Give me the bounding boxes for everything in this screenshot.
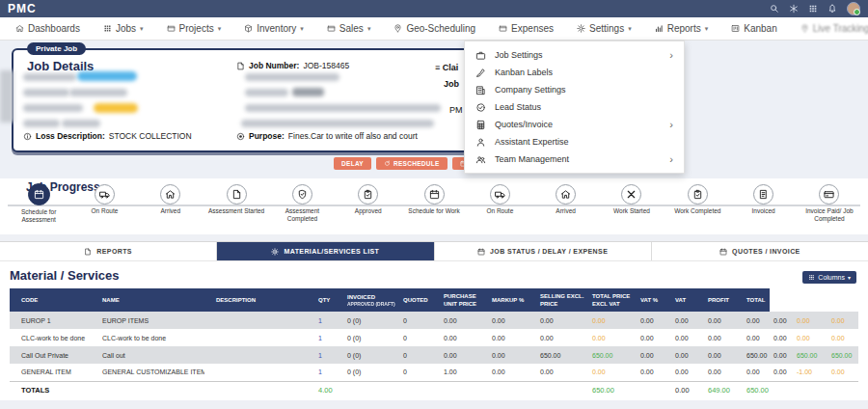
topbar-actions <box>770 2 860 15</box>
nav-item-expenses[interactable]: Expenses <box>487 17 565 40</box>
people-icon <box>475 154 486 165</box>
col-header-qty[interactable]: QTY <box>314 288 343 312</box>
cell-extra-3: 0.00 <box>827 312 858 329</box>
nav-item-live-tracking[interactable]: Live Tracking (Beta) <box>789 17 868 40</box>
job-number-label: Job Number: <box>249 61 299 70</box>
step-work-completed: Work Completed <box>665 184 730 225</box>
calendar-icon <box>719 248 727 256</box>
table-row-clc-work[interactable]: CLC-work to be done CLC-work to be done … <box>10 329 858 346</box>
cell-markup: 0.00 <box>488 329 536 346</box>
material-services-section: Material / Services Columns▾ CODE NAME D… <box>0 261 868 400</box>
table-row-call-out-private[interactable]: Call Out Private Call out 1 0 (0) 0 0.00… <box>10 346 858 364</box>
menu-item-kanban-labels[interactable]: Kanban Labels <box>465 64 684 81</box>
qty-link[interactable]: 1 <box>318 352 322 359</box>
col-header-purchase-unit-price[interactable]: PURCHASE UNIT PRICE <box>440 288 488 312</box>
refresh-icon <box>384 160 391 167</box>
document-icon <box>84 248 92 256</box>
step-schedule-for-work: Schedule for Work <box>401 184 467 225</box>
star-icon[interactable] <box>789 4 799 14</box>
tab-job-status-delay-expense[interactable]: JOB STATUS / DELAY / EXPENSE <box>435 242 652 260</box>
cell-markup: 0.00 <box>488 364 536 381</box>
col-header-total[interactable]: TOTAL <box>743 288 770 312</box>
bell-icon[interactable] <box>827 4 837 14</box>
cell-vat: 0.00 <box>671 329 704 346</box>
purpose-value: Fines.Car to write off also and court <box>288 131 418 141</box>
col-header-description[interactable]: DESCRIPTION <box>204 288 314 312</box>
cell-code: EUROP 1 <box>10 312 91 329</box>
job-number-value: JOB-158465 <box>303 61 349 70</box>
menu-item-quotes-invoice[interactable]: Quotes/Invoice› <box>465 116 684 133</box>
chevron-down-icon: ▾ <box>705 25 709 33</box>
nav-item-geo-scheduling[interactable]: Geo-Scheduling <box>382 17 487 40</box>
tab-material-services-list[interactable]: MATERIAL/SERVICES LIST <box>217 242 434 260</box>
document-icon <box>236 62 245 70</box>
cell-extra-1: 0.00 <box>770 329 793 346</box>
target-icon <box>236 132 245 141</box>
cell-qty: 1 <box>314 329 343 346</box>
col-header-profit[interactable]: PROFIT <box>704 288 743 312</box>
user-avatar[interactable] <box>847 2 860 15</box>
cell-description <box>204 346 314 364</box>
cell-total-excl: 0.00 <box>588 312 637 329</box>
payment-card-icon <box>824 189 834 200</box>
nav-item-inventory[interactable]: Inventory▾ <box>232 17 315 40</box>
col-header-selling-excl-price[interactable]: SELLING EXCL. PRICE <box>536 288 588 312</box>
redacted-label <box>23 89 69 96</box>
nav-item-settings[interactable]: Settings▾ <box>565 17 643 40</box>
nav-item-jobs[interactable]: Jobs▾ <box>92 17 155 40</box>
nav-item-sales[interactable]: Sales▾ <box>315 17 383 40</box>
cell-extra-1: 0.00 <box>770 346 793 364</box>
truck-icon <box>495 189 505 200</box>
progress-steps: Schedule for Assessment On Route Arrived… <box>6 184 862 225</box>
qty-link[interactable]: 1 <box>318 368 322 375</box>
card-icon <box>499 24 507 33</box>
table-row-europ-1[interactable]: EUROP 1 EUROP ITEMS 1 0 (0) 0 0.00 0.00 … <box>10 312 858 329</box>
col-header-invoiced[interactable]: INVOICEDAPPROVED (DRAFT) <box>343 288 399 312</box>
material-services-table: CODE NAME DESCRIPTION QTY INVOICEDAPPROV… <box>10 288 858 398</box>
col-header-quoted[interactable]: QUOTED <box>399 288 440 312</box>
step-approved: Approved <box>336 184 401 225</box>
bottom-strip <box>0 400 868 409</box>
tab-reports[interactable]: REPORTS <box>0 242 217 260</box>
columns-button[interactable]: Columns▾ <box>802 271 856 284</box>
nav-item-dashboards[interactable]: Dashboards <box>4 17 92 40</box>
col-header-name[interactable]: NAME <box>91 288 204 312</box>
col-header-total-price-excl-vat[interactable]: TOTAL PRICE EXCL VAT <box>588 288 637 312</box>
col-header-vat[interactable]: VAT <box>671 288 704 312</box>
menu-item-assistant-expertise[interactable]: Assistant Expertise <box>465 133 684 150</box>
nav-item-kanban[interactable]: Kanban <box>719 17 788 40</box>
qty-link[interactable]: 1 <box>318 335 322 341</box>
table-row-general-item[interactable]: GENERAL ITEM GENERAL CUSTOMIZABLE ITEM 1… <box>10 364 858 381</box>
delay-button[interactable]: DELAY <box>334 157 371 170</box>
cell-description <box>204 312 314 329</box>
col-header-code[interactable]: CODE <box>10 288 91 312</box>
nav-item-projects[interactable]: Projects▾ <box>155 17 233 40</box>
redacted-row <box>241 120 434 127</box>
job-details-panel: Private Job Job Details Loss Description… <box>0 41 868 178</box>
info-icon <box>23 132 32 141</box>
col-header-vat-pct[interactable]: VAT % <box>637 288 671 312</box>
menu-item-lead-status[interactable]: Lead Status <box>465 98 684 116</box>
cell-name: GENERAL CUSTOMIZABLE ITEM <box>91 364 204 381</box>
cell-extra-3: 650.00 <box>827 346 858 364</box>
tab-quotes-invoice[interactable]: QUOTES / INVOICE <box>652 242 868 260</box>
apps-grid-icon[interactable] <box>808 4 818 14</box>
col-header-markup[interactable]: MARKUP % <box>488 288 536 312</box>
cell-extra-1: 0.00 <box>770 364 793 381</box>
menu-item-team-management[interactable]: Team Management› <box>465 150 684 168</box>
nav-item-reports[interactable]: Reports▾ <box>643 17 720 40</box>
grid-icon <box>103 24 112 33</box>
menu-item-job-settings[interactable]: Job Settings› <box>465 46 684 64</box>
qty-link[interactable]: 1 <box>318 317 322 324</box>
cell-qty: 1 <box>314 364 343 381</box>
chevron-down-icon: ▾ <box>367 25 371 33</box>
search-icon[interactable] <box>770 4 779 14</box>
reschedule-button[interactable]: RESCHEDULE <box>376 157 448 170</box>
brush-icon <box>475 68 486 78</box>
pm-fragment: PM <box>449 105 463 115</box>
cell-name: EUROP ITEMS <box>91 312 204 329</box>
menu-item-company-settings[interactable]: Company Settings <box>465 81 684 98</box>
loss-description-label: Loss Description: <box>36 131 105 141</box>
redacted-label <box>23 120 60 127</box>
chevron-down-icon: ▾ <box>140 25 144 33</box>
